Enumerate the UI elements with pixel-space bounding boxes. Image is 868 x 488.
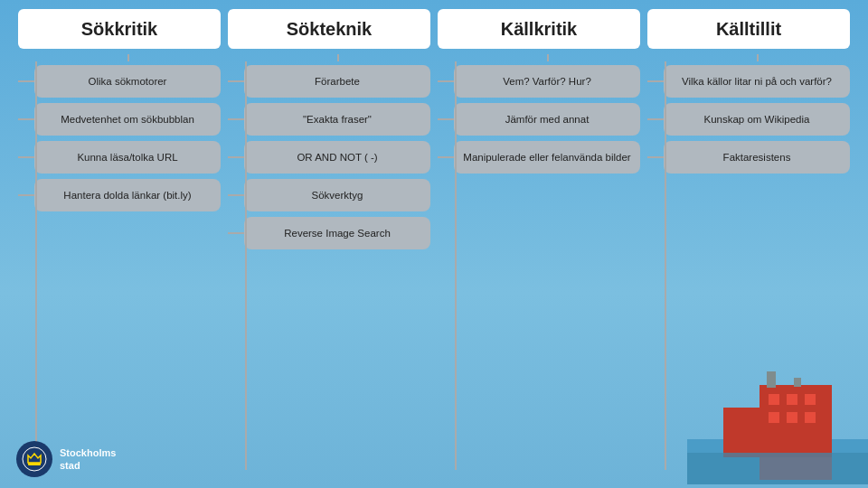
- list-item: "Exakta fraser": [228, 103, 430, 136]
- item-label-kalltillit-2: Faktaresistens: [664, 141, 850, 174]
- column-kalltillit: KälltillitVilka källor litar ni på och v…: [647, 9, 850, 479]
- h-bar: [438, 80, 454, 82]
- list-item: Vilka källor litar ni på och varför?: [647, 65, 850, 98]
- list-item: Olika sökmotorer: [18, 65, 221, 98]
- top-connector: [337, 54, 339, 61]
- list-item: Förarbete: [228, 65, 430, 98]
- list-item: Faktaresistens: [647, 141, 850, 174]
- item-label-sokkritik-0: Olika sökmotorer: [34, 65, 221, 98]
- top-connector: [757, 54, 759, 61]
- item-label-sokteknik-0: Förarbete: [244, 65, 430, 98]
- item-label-sokteknik-2: OR AND NOT ( -): [244, 141, 430, 174]
- top-connector: [127, 54, 129, 61]
- header-sokkritik: Sökkritik: [18, 9, 221, 49]
- h-bar: [647, 80, 664, 82]
- list-item: Manipulerade eller felanvända bilder: [438, 141, 640, 174]
- item-label-sokteknik-1: "Exakta fraser": [244, 103, 430, 136]
- list-item: Jämför med annat: [438, 103, 640, 136]
- svg-rect-15: [28, 463, 41, 465]
- tree-sokkritik: Olika sökmotorerMedvetenhet om sökbubbla…: [18, 61, 221, 479]
- item-label-sokkritik-3: Hantera dolda länkar (bit.ly): [34, 179, 221, 211]
- items-kalltillit: Vilka källor litar ni på och varför?Kuns…: [647, 61, 850, 479]
- list-item: Kunskap om Wikipedia: [647, 103, 850, 136]
- list-item: Sökverktyg: [228, 179, 430, 211]
- list-item: Hantera dolda länkar (bit.ly): [18, 179, 221, 211]
- tree-vline: [665, 61, 666, 470]
- h-bar: [18, 194, 34, 196]
- h-bar: [438, 156, 454, 158]
- item-label-kalltillit-0: Vilka källor litar ni på och varför?: [664, 65, 850, 98]
- items-kallkritik: Vem? Varför? Hur?Jämför med annatManipul…: [438, 61, 640, 479]
- header-sokteknik: Sökteknik: [228, 9, 430, 49]
- h-bar: [228, 80, 244, 82]
- item-label-kallkritik-0: Vem? Varför? Hur?: [454, 65, 640, 98]
- list-item: Kunna läsa/tolka URL: [18, 141, 221, 174]
- columns-container: SökkritikOlika sökmotorerMedvetenhet om …: [18, 9, 850, 479]
- h-bar: [228, 194, 244, 196]
- column-kallkritik: KällkritikVem? Varför? Hur?Jämför med an…: [438, 9, 640, 479]
- header-kalltillit: Källtillit: [647, 9, 850, 49]
- h-bar: [18, 80, 34, 82]
- item-label-kallkritik-1: Jämför med annat: [454, 103, 640, 136]
- items-sokteknik: Förarbete"Exakta fraser"OR AND NOT ( -)S…: [228, 61, 430, 479]
- item-label-kallkritik-2: Manipulerade eller felanvända bilder: [454, 141, 640, 174]
- h-bar: [228, 156, 244, 158]
- h-bar: [438, 118, 454, 120]
- h-bar: [647, 156, 664, 158]
- list-item: Reverse Image Search: [228, 217, 430, 249]
- h-bar: [18, 156, 34, 158]
- item-label-kalltillit-1: Kunskap om Wikipedia: [664, 103, 850, 136]
- h-bar: [18, 118, 34, 120]
- tree-vline: [35, 61, 37, 470]
- item-label-sokteknik-3: Sökverktyg: [244, 179, 430, 211]
- tree-vline: [245, 61, 247, 470]
- items-sokkritik: Olika sökmotorerMedvetenhet om sökbubbla…: [18, 61, 221, 479]
- list-item: OR AND NOT ( -): [228, 141, 430, 174]
- header-kallkritik: Källkritik: [438, 9, 640, 49]
- h-bar: [228, 232, 244, 234]
- tree-kalltillit: Vilka källor litar ni på och varför?Kuns…: [647, 61, 850, 479]
- column-sokteknik: SökteknikFörarbete"Exakta fraser"OR AND …: [228, 9, 430, 479]
- svg-point-13: [23, 447, 46, 471]
- list-item: Medvetenhet om sökbubblan: [18, 103, 221, 136]
- item-label-sokkritik-1: Medvetenhet om sökbubblan: [34, 103, 221, 136]
- item-label-sokkritik-2: Kunna läsa/tolka URL: [34, 141, 221, 174]
- main-content: SökkritikOlika sökmotorerMedvetenhet om …: [0, 0, 868, 488]
- logo-circle: [16, 441, 52, 477]
- tree-vline: [455, 61, 457, 470]
- tree-sokteknik: Förarbete"Exakta fraser"OR AND NOT ( -)S…: [228, 61, 430, 479]
- h-bar: [228, 118, 244, 120]
- column-sokkritik: SökkritikOlika sökmotorerMedvetenhet om …: [18, 9, 221, 479]
- logo-text: Stockholms stad: [60, 446, 116, 473]
- tree-kallkritik: Vem? Varför? Hur?Jämför med annatManipul…: [438, 61, 640, 479]
- list-item: Vem? Varför? Hur?: [438, 65, 640, 98]
- logo-area: Stockholms stad: [16, 441, 116, 477]
- item-label-sokteknik-4: Reverse Image Search: [244, 217, 430, 249]
- h-bar: [647, 118, 664, 120]
- top-connector: [547, 54, 549, 61]
